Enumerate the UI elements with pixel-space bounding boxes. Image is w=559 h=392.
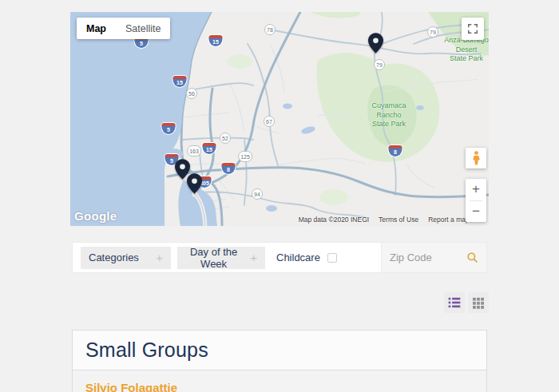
map-type-control: Map Satellite	[77, 18, 170, 39]
map-container[interactable]: Anza-BorregoDesertState ParkCuyamacaRanc…	[70, 12, 489, 226]
view-toggles	[70, 292, 489, 313]
categories-filter-button[interactable]: Categories +	[81, 247, 171, 269]
day-of-week-filter-button[interactable]: Day of the Week +	[177, 247, 265, 269]
zoom-out-button[interactable]: −	[466, 201, 486, 223]
zip-search-button[interactable]	[466, 251, 478, 263]
result-row[interactable]: Silvio Folagattie	[73, 370, 486, 392]
plus-icon: +	[250, 251, 257, 264]
plus-icon: +	[156, 251, 163, 264]
map-attribution: Map data ©2020 INEGI Terms of Use Report…	[299, 216, 486, 224]
google-logo: Google	[74, 209, 117, 223]
map-markers-layer	[70, 12, 489, 226]
zoom-in-button[interactable]: +	[466, 179, 486, 200]
childcare-label: Childcare	[276, 251, 320, 263]
categories-filter-label: Categories	[89, 251, 139, 263]
map-type-map-button[interactable]: Map	[77, 23, 116, 34]
pegman-icon	[471, 151, 482, 165]
map-marker-pin[interactable]	[368, 33, 383, 57]
results-heading: Small Groups	[85, 339, 474, 362]
day-of-week-filter-label: Day of the Week	[185, 246, 242, 270]
results-card: Small Groups Silvio Folagattie	[72, 330, 487, 392]
fullscreen-button[interactable]	[462, 18, 484, 40]
zip-code-input[interactable]	[390, 251, 466, 263]
terms-of-use-link[interactable]: Terms of Use	[379, 216, 418, 224]
search-icon	[466, 251, 478, 263]
page: Anza-BorregoDesertState ParkCuyamacaRanc…	[0, 0, 489, 392]
grid-view-button[interactable]	[468, 292, 489, 313]
results-header: Small Groups	[73, 331, 486, 370]
list-view-icon	[447, 295, 462, 310]
pegman-button[interactable]	[466, 148, 486, 168]
map-data-text: Map data ©2020 INEGI	[299, 216, 369, 224]
fullscreen-icon	[467, 23, 478, 34]
childcare-checkbox[interactable]	[327, 253, 337, 263]
result-name-link[interactable]: Silvio Folagattie	[85, 381, 177, 392]
zoom-control: + −	[466, 179, 486, 222]
map-marker-pin[interactable]	[187, 173, 202, 197]
list-view-button[interactable]	[444, 292, 465, 313]
map-type-satellite-button[interactable]: Satellite	[116, 23, 170, 34]
childcare-filter: Childcare	[276, 251, 337, 263]
grid-view-icon	[471, 295, 486, 310]
filter-bar: Categories + Day of the Week + Childcare	[72, 242, 487, 273]
zip-code-field	[381, 243, 486, 272]
